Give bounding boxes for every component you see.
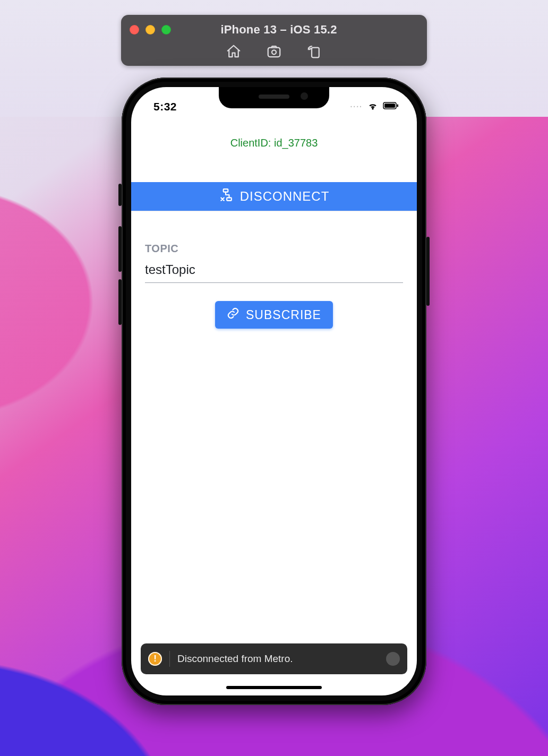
screenshot-icon[interactable] <box>266 44 282 59</box>
iphone-screen: 5:32 ···· ClientID: id_37783 <box>131 87 417 695</box>
client-id-label: ClientID: id_37783 <box>131 137 417 149</box>
cellular-dots: ···· <box>350 102 363 111</box>
toast-status-dot <box>386 652 400 666</box>
rotate-icon[interactable] <box>306 44 322 59</box>
notch-camera <box>301 92 308 100</box>
link-icon <box>227 307 239 323</box>
svg-rect-2 <box>312 48 319 58</box>
status-time: 5:32 <box>153 100 177 113</box>
toast-message: Disconnected from Metro. <box>177 653 293 665</box>
svg-rect-0 <box>268 48 280 57</box>
metro-toast[interactable]: ! Disconnected from Metro. <box>141 643 407 674</box>
home-icon[interactable] <box>226 44 242 59</box>
window-minimize-button[interactable] <box>145 25 155 35</box>
macos-desktop: iPhone 13 – iOS 15.2 5:32 <box>0 0 548 756</box>
warning-icon: ! <box>148 652 162 666</box>
topic-field-label: TOPIC <box>145 243 403 255</box>
volume-down-button <box>118 279 122 325</box>
iphone-device-frame: 5:32 ···· ClientID: id_37783 <box>122 78 426 705</box>
home-indicator[interactable] <box>226 686 322 689</box>
simulator-toolbar: iPhone 13 – iOS 15.2 <box>121 15 427 66</box>
power-button <box>426 237 430 306</box>
svg-point-1 <box>272 50 276 54</box>
svg-rect-4 <box>384 104 395 108</box>
battery-icon <box>383 101 399 112</box>
notch-speaker <box>259 94 289 99</box>
window-close-button[interactable] <box>130 25 139 35</box>
subscribe-button-label: SUBSCRIBE <box>246 308 321 322</box>
toast-separator <box>169 651 170 667</box>
mute-switch <box>118 184 122 206</box>
subscribe-button[interactable]: SUBSCRIBE <box>215 301 333 329</box>
disconnect-button-label: DISCONNECT <box>240 189 330 204</box>
svg-rect-5 <box>397 105 399 107</box>
window-zoom-button[interactable] <box>161 25 171 35</box>
window-traffic-lights <box>130 25 171 35</box>
network-disconnect-icon <box>219 188 233 205</box>
simulator-title: iPhone 13 – iOS 15.2 <box>171 23 418 37</box>
disconnect-button[interactable]: DISCONNECT <box>131 182 417 211</box>
iphone-notch <box>219 87 329 108</box>
app-content: ClientID: id_37783 DISCONNECT TOPIC <box>131 118 417 695</box>
volume-up-button <box>118 226 122 272</box>
wifi-icon <box>367 101 379 113</box>
topic-input[interactable] <box>145 259 403 283</box>
